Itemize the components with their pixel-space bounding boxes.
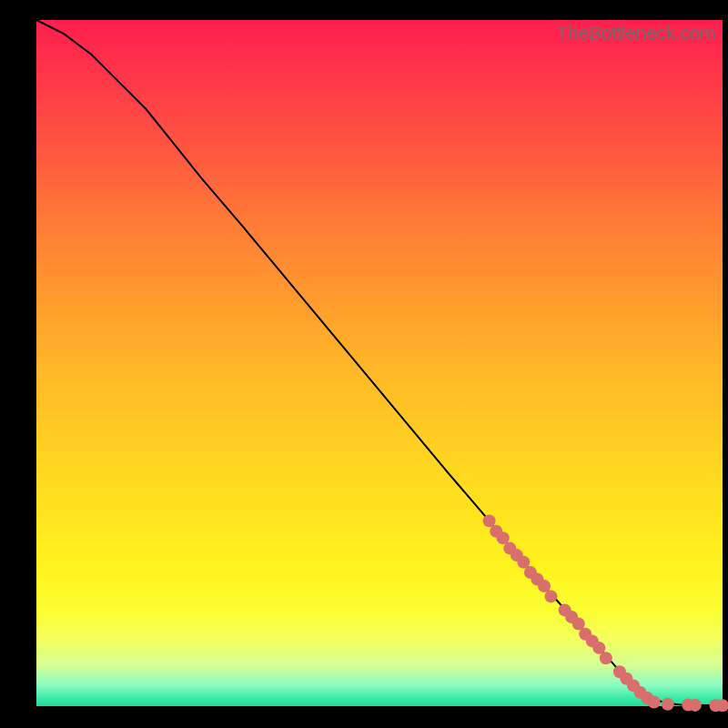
data-point xyxy=(662,698,674,711)
data-point xyxy=(689,699,702,712)
scatter-dots xyxy=(483,514,728,712)
data-point xyxy=(648,696,661,709)
chart-frame: TheBottleneck.com xyxy=(0,0,728,728)
data-point xyxy=(538,580,551,592)
data-point xyxy=(600,652,612,664)
plot-area: TheBottleneck.com xyxy=(36,20,723,706)
chart-svg xyxy=(36,20,723,706)
data-point xyxy=(545,590,558,602)
curve-line xyxy=(36,20,723,705)
